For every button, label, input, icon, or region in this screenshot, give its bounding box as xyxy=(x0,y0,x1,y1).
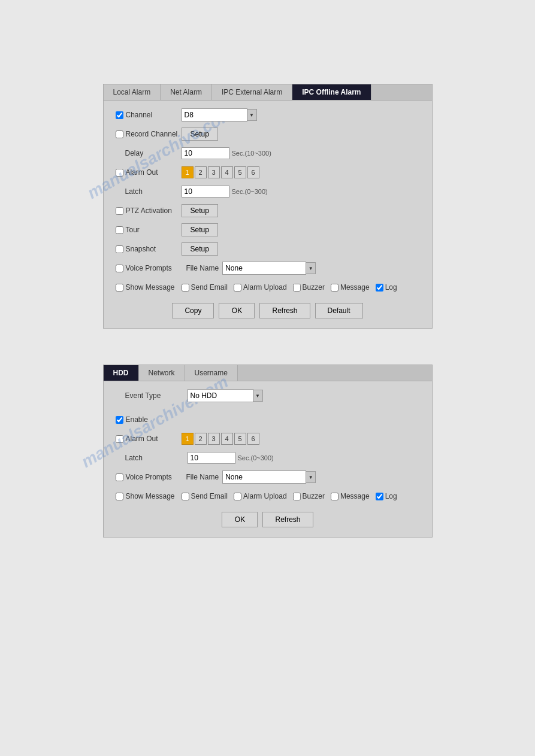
alarm-out-label-wrap-2: Alarm Out xyxy=(116,435,182,443)
latch-label-2: Latch xyxy=(116,454,188,462)
channel-dropdown-arrow[interactable]: ▼ xyxy=(247,109,257,121)
alarm-upload-checkbox-2[interactable] xyxy=(234,493,241,500)
log-checkbox[interactable] xyxy=(376,284,383,292)
voice-prompts-arrow-2[interactable]: ▼ xyxy=(306,471,316,483)
channel-row: Channel D8 ▼ xyxy=(116,108,420,122)
snapshot-label: Snapshot xyxy=(126,245,156,253)
log-checkbox-2[interactable] xyxy=(376,493,383,500)
alarm-out-btn-2[interactable]: 2 xyxy=(195,166,207,178)
voice-prompts-dropdown-wrap-2: None ▼ xyxy=(222,470,316,484)
snapshot-row: Snapshot Setup xyxy=(116,242,420,256)
alarm-out-buttons: 1 2 3 4 5 6 xyxy=(182,166,259,178)
tour-checkbox[interactable] xyxy=(116,226,123,234)
voice-prompts-label-wrap-2: Voice Prompts xyxy=(116,473,182,481)
alarm-upload-item: Alarm Upload xyxy=(234,283,287,292)
alarm-out-checkbox-2[interactable] xyxy=(116,435,123,443)
snapshot-label-wrap: Snapshot xyxy=(116,245,182,253)
send-email-checkbox[interactable] xyxy=(182,284,189,292)
alarm-out-btn-3[interactable]: 3 xyxy=(208,166,220,178)
tab-net-alarm[interactable]: Net Alarm xyxy=(161,84,212,100)
tab-bar-2: HDD Network Username xyxy=(104,365,432,381)
event-type-dropdown-wrap: No HDD ▼ xyxy=(188,389,263,402)
panel1-content: Channel D8 ▼ Record Channel Se xyxy=(104,101,432,328)
refresh-button[interactable]: Refresh xyxy=(259,303,310,318)
buzzer-label-2: Buzzer xyxy=(303,492,325,500)
ok-button-2[interactable]: OK xyxy=(222,512,258,527)
alarm-out-btn2-6[interactable]: 6 xyxy=(247,433,259,445)
delay-label: Delay xyxy=(116,149,182,157)
tour-setup-btn[interactable]: Setup xyxy=(182,223,218,236)
tab-username[interactable]: Username xyxy=(185,365,238,381)
voice-prompts-checkbox-2[interactable] xyxy=(116,473,123,481)
alarm-out-btn2-4[interactable]: 4 xyxy=(221,433,233,445)
alarm-out-btn-4[interactable]: 4 xyxy=(221,166,233,178)
copy-button[interactable]: Copy xyxy=(172,303,214,318)
voice-prompts-select[interactable]: None xyxy=(222,262,306,275)
latch-input-2[interactable] xyxy=(188,452,235,464)
send-email-checkbox-2[interactable] xyxy=(182,493,189,500)
voice-prompts-checkbox[interactable] xyxy=(116,265,123,272)
panel2-content: Event Type No HDD ▼ Enable xyxy=(104,381,432,537)
show-message-checkbox[interactable] xyxy=(116,284,123,292)
default-button[interactable]: Default xyxy=(315,303,363,318)
alarm-out-label-2: Alarm Out xyxy=(126,435,158,443)
voice-prompts-select-2[interactable]: None xyxy=(222,470,306,484)
alarm-out-btn2-2[interactable]: 2 xyxy=(195,433,207,445)
enable-label: Enable xyxy=(126,415,148,424)
channel-select[interactable]: D8 xyxy=(182,108,247,122)
voice-prompts-arrow[interactable]: ▼ xyxy=(306,262,316,274)
record-channel-label-wrap: Record Channel xyxy=(116,130,182,138)
message-item: Message xyxy=(331,283,370,292)
channel-checkbox[interactable] xyxy=(116,111,123,119)
buzzer-checkbox[interactable] xyxy=(293,284,301,292)
record-channel-checkbox[interactable] xyxy=(116,130,123,138)
record-channel-setup-btn[interactable]: Setup xyxy=(182,127,218,141)
enable-checkbox[interactable] xyxy=(116,416,123,424)
alarm-out-btn-6[interactable]: 6 xyxy=(247,166,259,178)
snapshot-checkbox[interactable] xyxy=(116,245,123,253)
tab-hdd[interactable]: HDD xyxy=(104,365,139,381)
buzzer-label: Buzzer xyxy=(303,283,325,292)
channel-dropdown-wrap: D8 ▼ xyxy=(182,108,257,122)
message-item-2: Message xyxy=(331,492,370,500)
show-message-label-2: Show Message xyxy=(126,492,175,500)
ok-button[interactable]: OK xyxy=(219,303,255,318)
tab-network[interactable]: Network xyxy=(139,365,185,381)
ptz-setup-btn[interactable]: Setup xyxy=(182,204,218,217)
panel1: Local Alarm Net Alarm IPC External Alarm… xyxy=(103,84,433,329)
alarm-out-checkbox[interactable] xyxy=(116,169,123,177)
alarm-out-btn-5[interactable]: 5 xyxy=(234,166,246,178)
alarm-out-btn2-3[interactable]: 3 xyxy=(208,433,220,445)
show-message-label: Show Message xyxy=(126,283,175,292)
tab-ipc-offline-alarm[interactable]: IPC Offline Alarm xyxy=(292,84,371,100)
tab-ipc-external-alarm[interactable]: IPC External Alarm xyxy=(212,84,292,100)
alarm-out-btn2-5[interactable]: 5 xyxy=(234,433,246,445)
latch-row: Latch Sec.(0~300) xyxy=(116,184,420,199)
event-type-arrow[interactable]: ▼ xyxy=(253,390,263,402)
alarm-upload-label: Alarm Upload xyxy=(243,283,287,292)
refresh-button-2[interactable]: Refresh xyxy=(262,512,313,527)
alarm-out-btn-1[interactable]: 1 xyxy=(182,166,194,178)
message-checkbox-2[interactable] xyxy=(331,493,338,500)
alarm-out-btn2-1[interactable]: 1 xyxy=(182,433,194,445)
tab-bar-1: Local Alarm Net Alarm IPC External Alarm… xyxy=(104,84,432,101)
tour-label-wrap: Tour xyxy=(116,226,182,234)
tour-row: Tour Setup xyxy=(116,223,420,237)
latch-input[interactable] xyxy=(182,186,229,198)
show-message-checks: Send Email Alarm Upload Buzzer Mess xyxy=(182,283,397,292)
show-message-checkbox-2[interactable] xyxy=(116,493,123,500)
voice-prompts-label: Voice Prompts xyxy=(126,264,172,272)
ptz-checkbox[interactable] xyxy=(116,207,123,215)
delay-range: Sec.(10~300) xyxy=(232,150,271,157)
event-type-select[interactable]: No HDD xyxy=(188,389,253,402)
show-message-label-wrap-2: Show Message xyxy=(116,492,182,500)
alarm-out-row-2: Alarm Out 1 2 3 4 5 6 xyxy=(116,432,420,446)
alarm-upload-checkbox[interactable] xyxy=(234,284,241,292)
buzzer-checkbox-2[interactable] xyxy=(293,493,301,500)
snapshot-setup-btn[interactable]: Setup xyxy=(182,242,218,256)
delay-input[interactable] xyxy=(182,147,229,159)
message-checkbox[interactable] xyxy=(331,284,338,292)
alarm-out-label-wrap: Alarm Out xyxy=(116,168,182,177)
enable-label-wrap: Enable xyxy=(116,415,182,424)
tab-local-alarm[interactable]: Local Alarm xyxy=(104,84,161,100)
